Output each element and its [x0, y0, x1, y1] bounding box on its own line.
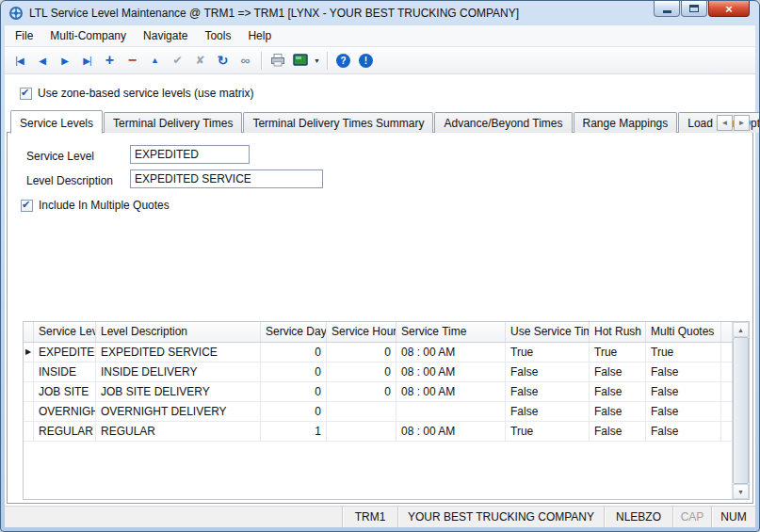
service-levels-tab-panel: Service Level Level Description Include … [7, 132, 753, 504]
scroll-down-button[interactable]: ▼ [733, 484, 749, 499]
toolbar: |◀ ◀ ▶ ▶| + − ▲ ✔ ✘ ↻ ∞ ▼ ? ! [5, 47, 755, 74]
link-button[interactable]: ∞ [234, 50, 256, 71]
tab-terminal-delivery-times-summary[interactable]: Terminal Delivery Times Summary [243, 112, 433, 133]
row-selector-marker: ▶ [24, 343, 34, 362]
scrollbar-thumb[interactable] [733, 337, 749, 484]
statusbar-company: YOUR BEST TRUCKING COMPANY [397, 507, 604, 527]
maximize-button[interactable] [681, 1, 707, 17]
last-record-icon: ▶| [83, 56, 90, 66]
tab-scroll-left-button[interactable]: ◄ [717, 115, 733, 131]
info-icon: ! [359, 54, 373, 68]
service-levels-grid: Service Level Level Description Service … [23, 321, 750, 500]
cell-filler [721, 382, 732, 401]
table-row[interactable]: OVERNIGHT OVERNIGHT DELIVERY 0 False Fal… [24, 402, 732, 422]
table-row[interactable]: REGULAR REGULAR 1 08 : 00 AM True False … [24, 422, 732, 442]
menu-tools[interactable]: Tools [196, 25, 239, 46]
menu-navigate[interactable]: Navigate [135, 25, 196, 46]
menu-multi-company[interactable]: Multi-Company [41, 25, 135, 46]
zone-matrix-checkbox[interactable] [20, 88, 32, 100]
cell-hot-rush: False [590, 363, 646, 381]
client-area: Use zone-based service levels (use matri… [5, 74, 755, 506]
header-service-days[interactable]: Service Days [261, 322, 327, 342]
table-row[interactable]: INSIDE INSIDE DELIVERY 0 0 08 : 00 AM Fa… [24, 363, 732, 382]
level-description-label: Level Description [26, 174, 113, 187]
grid-vertical-scrollbar: ▲ ▼ [732, 322, 749, 499]
header-multi-quotes[interactable]: Multi Quotes [646, 322, 721, 342]
close-button[interactable]: × [708, 1, 750, 17]
cancel-edit-button[interactable]: ✘ [189, 50, 211, 71]
row-selector-marker [24, 402, 34, 421]
tab-service-levels[interactable]: Service Levels [10, 110, 103, 134]
last-record-button[interactable]: ▶| [76, 50, 98, 71]
menu-help[interactable]: Help [239, 25, 280, 46]
post-edit-button[interactable]: ✔ [167, 50, 188, 71]
multi-quotes-option-row: Include In Multiple Quotes [21, 199, 170, 212]
level-description-input[interactable] [130, 169, 323, 188]
first-record-button[interactable]: |◀ [8, 50, 30, 71]
header-service-hours[interactable]: Service Hours [327, 322, 396, 342]
print-preview-button[interactable] [289, 50, 311, 71]
tab-advance-beyond-times[interactable]: Advance/Beyond Times [434, 112, 572, 133]
edit-record-button[interactable]: ▲ [144, 50, 166, 71]
minimize-button[interactable] [654, 1, 680, 17]
table-row[interactable]: ▶ EXPEDITED EXPEDITED SERVICE 0 0 08 : 0… [24, 343, 732, 363]
link-icon: ∞ [241, 53, 251, 68]
cell-service-days: 1 [261, 422, 327, 441]
cell-use-service-time: True [506, 422, 590, 441]
cell-service-time: 08 : 00 AM [396, 363, 506, 381]
preview-dropdown-button[interactable]: ▼ [312, 50, 322, 71]
insert-record-button[interactable]: + [99, 50, 121, 71]
tab-scroll-buttons: ◄ ► [717, 115, 750, 131]
refresh-button[interactable]: ↻ [212, 50, 234, 71]
delete-record-button[interactable]: − [121, 50, 143, 71]
header-service-time[interactable]: Service Time [396, 322, 506, 342]
scroll-up-button[interactable]: ▲ [733, 322, 749, 337]
menu-file[interactable]: File [7, 25, 41, 46]
row-selector-marker [24, 363, 34, 381]
edit-record-icon: ▲ [151, 56, 159, 65]
multi-quotes-checkbox[interactable] [21, 200, 33, 212]
help-button[interactable]: ? [332, 50, 354, 71]
cell-service-time: 08 : 00 AM [396, 343, 506, 362]
cell-service-hours: 0 [327, 363, 396, 381]
service-level-input[interactable] [130, 145, 250, 164]
cell-service-level: JOB SITE [34, 382, 96, 401]
multi-quotes-label: Include In Multiple Quotes [39, 199, 170, 212]
table-row[interactable]: JOB SITE JOB SITE DELIVERY 0 0 08 : 00 A… [24, 382, 732, 402]
cell-hot-rush: False [590, 402, 646, 421]
header-service-level[interactable]: Service Level [34, 322, 96, 342]
cell-level-description: INSIDE DELIVERY [96, 363, 261, 381]
statusbar-caps-indicator: CAP [672, 507, 711, 527]
arrow-right-icon: ► [738, 119, 746, 127]
zone-matrix-label: Use zone-based service levels (use matri… [38, 87, 253, 100]
statusbar-spacer [5, 507, 342, 527]
next-record-button[interactable]: ▶ [54, 50, 75, 71]
statusbar-user: NLEBZO [604, 507, 672, 527]
about-button[interactable]: ! [355, 50, 377, 71]
cell-multi-quotes: False [646, 422, 721, 441]
tab-terminal-delivery-times[interactable]: Terminal Delivery Times [104, 112, 242, 133]
cell-service-time: 08 : 00 AM [396, 382, 506, 401]
tab-range-mappings[interactable]: Range Mappings [574, 112, 678, 133]
cell-service-time: 08 : 00 AM [396, 422, 506, 441]
cell-level-description: EXPEDITED SERVICE [96, 343, 261, 362]
header-level-description[interactable]: Level Description [96, 322, 261, 342]
cell-hot-rush: True [590, 343, 646, 362]
header-row-selector [24, 322, 34, 342]
cell-use-service-time: True [506, 343, 590, 362]
tab-strip: Service Levels Terminal Delivery Times T… [5, 105, 755, 133]
prior-record-button[interactable]: ◀ [31, 50, 53, 71]
row-selector-marker [24, 382, 34, 401]
title-bar[interactable]: LTL Service Level Maintenance @ TRM1 => … [5, 1, 755, 25]
cancel-cross-icon: ✘ [195, 54, 204, 67]
header-hot-rush[interactable]: Hot Rush [590, 322, 646, 342]
cell-use-service-time: False [506, 382, 590, 401]
scroll-up-icon: ▲ [737, 327, 744, 333]
cell-service-time [396, 402, 506, 421]
cell-service-level: EXPEDITED [34, 343, 96, 362]
tab-scroll-right-button[interactable]: ► [734, 115, 750, 131]
service-level-label: Service Level [26, 150, 94, 163]
header-use-service-time[interactable]: Use Service Time [506, 322, 590, 342]
print-button[interactable] [267, 50, 288, 71]
cell-service-hours [327, 402, 396, 421]
